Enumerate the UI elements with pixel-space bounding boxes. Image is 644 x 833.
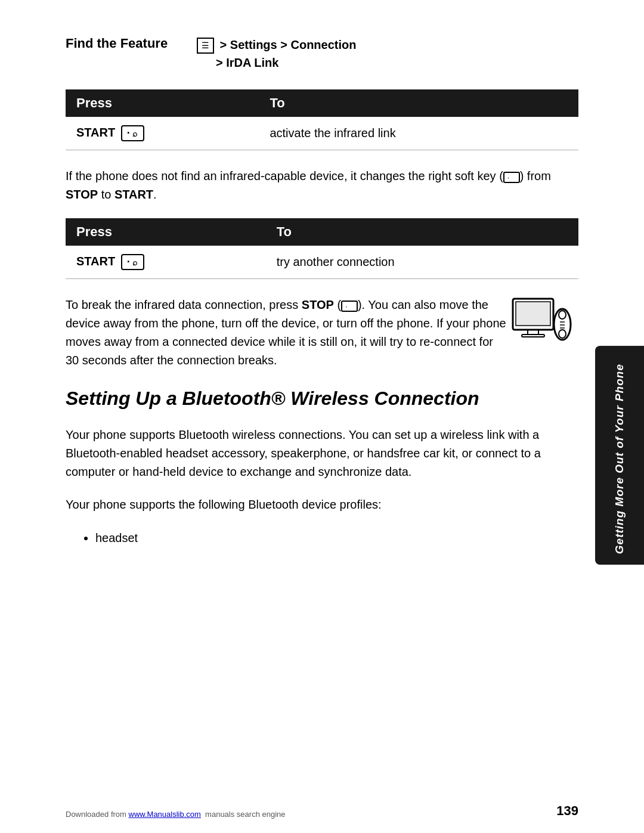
table1-col2-header: To: [259, 89, 578, 117]
svg-point-4: [554, 309, 571, 340]
table2-col1-header: Press: [66, 218, 266, 246]
svg-point-6: [559, 330, 566, 338]
svg-rect-3: [522, 335, 544, 337]
side-tab-text: Getting More Out of Your Phone: [613, 364, 626, 554]
footer-text: Downloaded from www.Manualslib.com manua…: [66, 810, 286, 819]
section-heading: Setting Up a Bluetooth® Wireless Connect…: [66, 386, 543, 411]
device-icon-area: [510, 296, 572, 355]
svg-rect-1: [516, 302, 550, 326]
press-table-1: Press To START ⌕ activate the infrared l…: [66, 89, 578, 150]
path-line2: > IrDA Link: [197, 56, 278, 69]
page-number: 139: [556, 803, 578, 819]
footer-link[interactable]: www.Manualslib.com: [129, 810, 201, 819]
body-paragraph-1: To break the infrared data connection, p…: [66, 296, 507, 370]
table-row: START ⌕ try another connection: [66, 246, 578, 279]
page-container: Find the Feature ☰ > Settings > Connecti…: [0, 0, 644, 833]
svg-point-5: [559, 311, 566, 319]
body-section-1: To break the infrared data connection, p…: [66, 296, 578, 370]
table-row: START ⌕ activate the infrared link: [66, 117, 578, 150]
bullet-list: headset: [95, 528, 578, 547]
menu-icon: ☰: [197, 38, 214, 54]
middle-paragraph: If the phone does not find an infrared-c…: [66, 167, 561, 204]
key-icon-1: ⌕: [121, 125, 144, 141]
body-paragraph-3: Your phone supports the following Blueto…: [66, 496, 561, 514]
table2-row1-action: try another connection: [266, 246, 578, 279]
key-icon-2: ⌕: [121, 254, 144, 270]
table1-row1-action: activate the infrared link: [259, 117, 578, 150]
computer-phone-icon: [510, 296, 572, 352]
table2-row1-key: START ⌕: [66, 246, 266, 279]
table1-col1-header: Press: [66, 89, 259, 117]
find-feature-path: ☰ > Settings > Connection > IrDA Link: [197, 36, 356, 72]
press-table-2: Press To START ⌕ try another connection: [66, 218, 578, 279]
path-line1: > Settings > Connection: [220, 38, 357, 51]
body-paragraph-2: Your phone supports Bluetooth wireless c…: [66, 426, 561, 481]
side-tab: Getting More Out of Your Phone: [595, 346, 644, 565]
list-item: headset: [95, 528, 578, 547]
table1-row1-key: START ⌕: [66, 117, 259, 150]
table2-col2-header: To: [266, 218, 578, 246]
find-feature-label: Find the Feature: [66, 36, 197, 51]
find-feature-row: Find the Feature ☰ > Settings > Connecti…: [66, 36, 578, 72]
